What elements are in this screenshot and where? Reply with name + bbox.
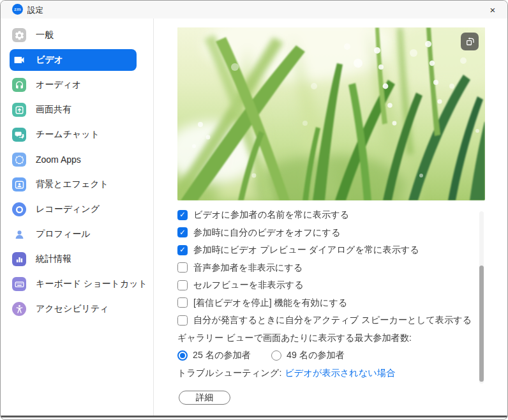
checkbox[interactable]: ✓ <box>177 245 188 255</box>
scrollbar-thumb[interactable] <box>479 266 484 382</box>
stats-icon <box>12 252 26 266</box>
radio-icon <box>177 350 188 361</box>
sidebar-item-recording[interactable]: レコーディング <box>10 199 137 220</box>
gear-icon <box>12 28 26 42</box>
window-title: 設定 <box>27 5 43 16</box>
chat-bubbles-icon <box>12 128 26 142</box>
checkbox-row-2[interactable]: ✓ 参加時にビデオ プレビュー ダイアログを常に表示する <box>177 241 485 259</box>
screen-share-icon <box>12 103 26 117</box>
settings-window: zm 設定 × 一般 ビデオ オーディオ 画面共有 チームチャット Zoom A… <box>0 0 508 420</box>
sidebar-item-shortcuts[interactable]: キーボード ショートカット <box>10 273 137 295</box>
checkbox-row-6[interactable]: 自分が発言するときに自分をアクティブ スピーカーとして表示する <box>177 311 485 329</box>
max-participants-radio-group: 25 名の参加者 49 名の参加者 <box>177 347 485 364</box>
radio-25-participants[interactable]: 25 名の参加者 <box>177 349 251 361</box>
checkbox-row-1[interactable]: ✓ 参加時に自分のビデオをオフにする <box>177 224 485 242</box>
scrollbar[interactable] <box>479 211 484 384</box>
gallery-view-label: ギャラリー ビューで画面あたりに表示する最大参加者数: <box>177 329 485 347</box>
sidebar: 一般 ビデオ オーディオ 画面共有 チームチャット Zoom Apps 背景とエ… <box>1 19 154 416</box>
sidebar-item-profile[interactable]: プロフィール <box>10 223 137 245</box>
checkbox-row-3[interactable]: 音声参加者を非表示にする <box>177 259 485 277</box>
rotate-icon[interactable] <box>461 33 479 50</box>
troubleshooting-label: トラブルシューティング: <box>177 367 281 379</box>
sidebar-item-general[interactable]: 一般 <box>10 24 137 46</box>
sidebar-item-backgrounds[interactable]: 背景とエフェクト <box>10 174 137 195</box>
troubleshooting-link[interactable]: ビデオが表示されない場合 <box>285 367 395 379</box>
video-options: ✓ ビデオに参加者の名前を常に表示する ✓ 参加時に自分のビデオをオフにする ✓… <box>177 206 485 382</box>
background-effects-icon <box>12 177 26 191</box>
zoom-app-icon: zm <box>12 4 23 15</box>
sidebar-item-audio[interactable]: オーディオ <box>10 74 137 96</box>
record-icon <box>12 202 26 216</box>
checkbox-row-5[interactable]: [着信ビデオを停止] 機能を有効にする <box>177 294 485 312</box>
checkbox[interactable]: ✓ <box>177 210 188 220</box>
window-bottom-edge <box>1 416 507 417</box>
sidebar-item-zoom-apps[interactable]: Zoom Apps <box>10 149 137 170</box>
checkbox[interactable] <box>177 315 188 326</box>
checkbox[interactable]: ✓ <box>177 227 188 237</box>
zoom-apps-icon <box>12 153 26 167</box>
checkbox-row-4[interactable]: セルフビューを非表示する <box>177 276 485 294</box>
sidebar-item-video[interactable]: ビデオ <box>10 49 137 71</box>
troubleshooting-row: トラブルシューティング: ビデオが表示されない場合 <box>177 364 485 382</box>
sidebar-item-screen-share[interactable]: 画面共有 <box>10 99 137 121</box>
camera-preview <box>177 27 485 200</box>
keyboard-icon <box>12 277 26 291</box>
checkbox[interactable] <box>177 262 188 273</box>
checkbox-row-0[interactable]: ✓ ビデオに参加者の名前を常に表示する <box>177 206 485 224</box>
checkbox[interactable] <box>177 280 188 290</box>
headset-icon <box>12 78 26 92</box>
sidebar-item-team-chat[interactable]: チームチャット <box>10 124 137 146</box>
radio-icon <box>271 350 281 361</box>
sidebar-item-accessibility[interactable]: アクセシビリティ <box>10 298 137 320</box>
sidebar-item-statistics[interactable]: 統計情報 <box>10 248 137 270</box>
profile-icon <box>12 227 26 241</box>
radio-49-participants[interactable]: 49 名の参加者 <box>271 349 345 361</box>
camera-preview-image <box>177 27 485 200</box>
titlebar: zm 設定 × <box>1 1 507 19</box>
video-camera-icon <box>12 53 26 67</box>
checkbox[interactable] <box>177 297 188 308</box>
accessibility-icon <box>12 302 26 316</box>
close-icon[interactable]: × <box>478 1 507 19</box>
details-button[interactable]: 詳細 <box>179 391 230 405</box>
settings-content: ✓ ビデオに参加者の名前を常に表示する ✓ 参加時に自分のビデオをオフにする ✓… <box>154 19 508 416</box>
